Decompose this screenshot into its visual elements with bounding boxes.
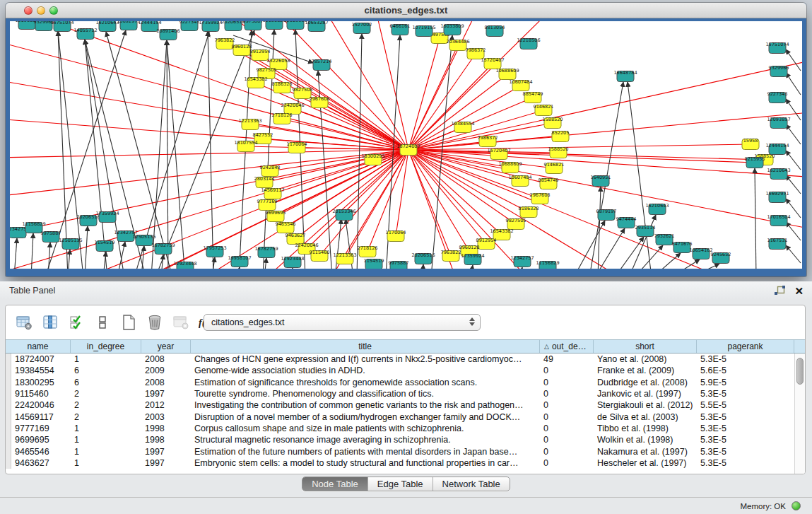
- table-row[interactable]: 977716911998Corpus callosum shape and si…: [6, 423, 805, 434]
- table-cell[interactable]: 2009: [141, 366, 191, 375]
- graph-node[interactable]: 15958: [742, 138, 759, 150]
- column-settings-icon[interactable]: [41, 313, 59, 332]
- graph-node[interactable]: 12923448: [281, 256, 304, 268]
- graph-node[interactable]: 11156829: [536, 260, 559, 269]
- column-header-year[interactable]: year: [141, 340, 191, 353]
- table-cell[interactable]: 5.3E-5: [697, 389, 794, 399]
- graph-node[interactable]: 17359924: [95, 211, 119, 223]
- table-cell[interactable]: Tibbo et al. (1998): [594, 424, 697, 433]
- table-cell[interactable]: 0: [540, 389, 594, 399]
- table-cell[interactable]: 6: [71, 366, 141, 375]
- table-cell[interactable]: 0: [540, 412, 594, 422]
- delete-table-icon[interactable]: [146, 313, 164, 332]
- graph-node[interactable]: 12923448: [173, 261, 196, 269]
- table-cell[interactable]: 0: [540, 435, 594, 445]
- graph-node[interactable]: 852205: [552, 130, 570, 142]
- table-cell[interactable]: Embryonic stem cells: a model to study s…: [191, 458, 540, 468]
- table-cell[interactable]: 1: [71, 447, 141, 457]
- graph-node[interactable]: 1170064: [287, 141, 307, 153]
- table-cell[interactable]: Structural magnetic resonance image aver…: [191, 435, 540, 445]
- graph-node[interactable]: 9146821: [534, 104, 554, 116]
- table-row[interactable]: 946362711997Embryonic stem cells: a mode…: [6, 457, 805, 469]
- graph-node[interactable]: 10719155: [412, 25, 435, 37]
- graph-node[interactable]: 9465546: [276, 221, 296, 233]
- close-window-button[interactable]: [24, 6, 33, 15]
- table-scrollbar[interactable]: [794, 354, 805, 474]
- graph-node[interactable]: 10654162: [689, 247, 712, 259]
- graph-node[interactable]: 16648784: [613, 70, 637, 82]
- table-cell[interactable]: 0: [540, 366, 594, 375]
- graph-node[interactable]: 20206516: [411, 252, 435, 264]
- graph-node[interactable]: 19384554: [451, 121, 474, 133]
- network-canvas[interactable]: 7963822896012889129542322605898275051654…: [10, 21, 802, 269]
- graph-node[interactable]: 8960128: [232, 44, 252, 56]
- graph-node[interactable]: 2803144: [254, 176, 275, 188]
- close-panel-icon[interactable]: ✕: [794, 286, 804, 296]
- graph-node[interactable]: 9242848: [260, 165, 281, 177]
- graph-node[interactable]: 17957253: [203, 245, 226, 257]
- tab-network-table[interactable]: Network Table: [433, 477, 510, 491]
- table-row[interactable]: 2242004622012Investigating the contribut…: [6, 399, 805, 411]
- table-cell[interactable]: 0: [540, 447, 594, 457]
- minimize-window-button[interactable]: [37, 6, 45, 15]
- graph-node[interactable]: 7963822: [441, 250, 461, 262]
- table-cell[interactable]: 5.6E-5: [697, 366, 794, 375]
- graph-node[interactable]: 20206516: [221, 21, 245, 31]
- table-cell[interactable]: 5.3E-5: [697, 435, 794, 445]
- table-cell[interactable]: 9465546: [11, 447, 71, 457]
- graph-node[interactable]: 17359924: [461, 253, 484, 265]
- new-table-icon[interactable]: [119, 313, 138, 332]
- table-cell[interactable]: 2012: [141, 400, 191, 410]
- table-cell[interactable]: 0: [540, 458, 594, 468]
- graph-node[interactable]: 16210643: [95, 21, 119, 32]
- graph-node[interactable]: 6879197: [596, 209, 617, 221]
- graph-node[interactable]: 18107554: [234, 140, 257, 152]
- graph-node[interactable]: 16033809: [440, 23, 464, 35]
- table-settings-icon[interactable]: [15, 313, 33, 332]
- network-graph[interactable]: 7963822896012889129542322605898275051654…: [10, 21, 802, 269]
- table-cell[interactable]: 1997: [141, 389, 191, 399]
- table-cell[interactable]: Estimation of significance thresholds fo…: [191, 378, 540, 387]
- graph-node[interactable]: 2967608: [530, 192, 551, 204]
- table-cell[interactable]: 1: [71, 354, 141, 364]
- graph-node[interactable]: 12213363: [333, 252, 356, 264]
- graph-node[interactable]: 7857214: [312, 59, 332, 71]
- table-cell[interactable]: 5.3E-5: [697, 424, 794, 433]
- graph-node[interactable]: 8186328: [519, 206, 539, 218]
- graph-node[interactable]: 9474444: [616, 216, 637, 228]
- graph-node[interactable]: 9146821: [544, 162, 565, 174]
- graph-node[interactable]: 10688609: [498, 161, 522, 173]
- table-cell[interactable]: 5.3E-5: [697, 447, 794, 457]
- table-cell[interactable]: Yano et al. (2008): [594, 354, 697, 364]
- graph-node[interactable]: 12444154: [765, 143, 789, 155]
- graph-node[interactable]: 15692971: [765, 191, 789, 203]
- graph-node[interactable]: 8186328: [272, 81, 293, 93]
- table-cell[interactable]: 2: [71, 400, 141, 410]
- graph-node[interactable]: 10688609: [495, 68, 519, 80]
- table-cell[interactable]: 9699695: [11, 435, 71, 445]
- table-row[interactable]: 911546021997Tourette syndrome. Phenomeno…: [6, 388, 805, 399]
- graph-node[interactable]: 8215955: [745, 156, 765, 168]
- graph-node[interactable]: 1588520: [548, 146, 569, 158]
- table-cell[interactable]: 49: [540, 354, 594, 364]
- table-cell[interactable]: Dudbridge et al. (2008): [594, 378, 697, 387]
- tab-edge-table[interactable]: Edge Table: [367, 477, 433, 491]
- graph-node[interactable]: 20891406: [156, 28, 180, 40]
- table-cell[interactable]: 18724007: [11, 354, 71, 364]
- graph-node[interactable]: 1640951: [591, 175, 611, 187]
- table-cell[interactable]: Franke et al. (2009): [594, 366, 697, 375]
- row-height-icon[interactable]: [93, 313, 112, 332]
- graph-node[interactable]: 2718126: [358, 245, 378, 257]
- graph-node[interactable]: 12505135: [283, 21, 307, 30]
- graph-node[interactable]: 8813054: [485, 25, 505, 37]
- graph-node[interactable]: 12093857: [767, 117, 790, 129]
- table-cell[interactable]: 2: [71, 412, 141, 422]
- graph-node[interactable]: 1154519: [95, 240, 115, 252]
- window-titlebar[interactable]: citations_edges.txt: [6, 3, 806, 18]
- table-cell[interactable]: Corpus callosum shape and size in male p…: [191, 424, 540, 433]
- table-cell[interactable]: Tourette syndrome. Phenomenology and cla…: [191, 389, 540, 399]
- graph-node[interactable]: 16782759: [151, 243, 175, 255]
- table-selector-dropdown[interactable]: citations_edges.txt: [204, 314, 481, 331]
- table-row[interactable]: 946554611997Estimation of the future num…: [6, 445, 805, 457]
- column-header-short[interactable]: short: [594, 340, 697, 353]
